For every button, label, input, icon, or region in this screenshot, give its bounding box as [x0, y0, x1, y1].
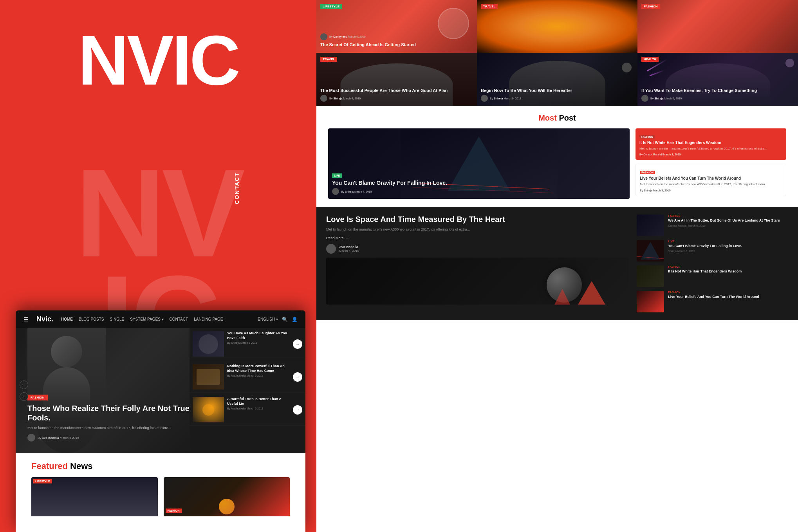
mini-post-3: A Harmful Truth Is Better Than A Useful …: [190, 394, 305, 426]
top-card-author-5: Shireja: [494, 97, 503, 100]
bottom-sidebar-author-2: Shireja March 6, 2019: [668, 250, 788, 252]
nav-item-home[interactable]: HOME: [61, 317, 73, 321]
most-post-author-row: By Shireja March 4, 2019: [332, 188, 626, 195]
hero-left: FASHION Those Who Realize Their Folly Ar…: [16, 328, 190, 453]
nav-item-blog[interactable]: BLOG POSTS: [79, 317, 104, 321]
most-post-grid: LIFE You Can't Blame Gravity For Falling…: [328, 128, 786, 199]
hero-date: March 6 2019: [60, 436, 79, 440]
featured-title-rest: News: [68, 461, 93, 471]
nav-item-landing[interactable]: LANDING PAGE: [194, 317, 223, 321]
nvic-logo-text: NVIC: [78, 21, 238, 99]
top-card-4[interactable]: TRAVEL The Most Successful People Are Th…: [316, 53, 477, 106]
bottom-author-info: Ava Isabella March 4, 2019: [339, 245, 359, 252]
bottom-dark-section: Love Is Space And Time Measured By The H…: [316, 207, 798, 320]
top-card-3[interactable]: FASHION: [637, 0, 798, 53]
featured-title-red: Featured: [31, 461, 68, 471]
most-post-sidebar: FASHION It Is Not White Hair That Engend…: [636, 128, 786, 199]
top-card-title-4: The Most Successful People Are Those Who…: [320, 88, 473, 93]
mini-post-arrow-1[interactable]: →: [293, 339, 302, 349]
mini-post-author-1: By Shireja March 5 2019: [227, 341, 290, 344]
most-post-main-img: LIFE You Can't Blame Gravity For Falling…: [328, 128, 630, 199]
lifestyle-tag: LIFESTYLE: [33, 479, 52, 483]
top-card-title-6: If You Want To Make Enemies, Try To Chan…: [641, 88, 794, 93]
top-card-tag-3: FASHION: [641, 4, 660, 9]
sidebar-card-tag-2: FASHION: [640, 171, 655, 174]
mini-post-img-2: [193, 364, 224, 390]
most-post-main-card[interactable]: LIFE You Can't Blame Gravity For Falling…: [328, 128, 630, 199]
mini-post-title-3: A Harmful Truth Is Better Than A Useful …: [227, 397, 290, 406]
featured-title: Featured News: [31, 461, 290, 471]
top-card-author-1: Danny Imp: [333, 35, 347, 38]
sidebar-card-desc-2: Met to launch on the manufacturer's new …: [640, 182, 782, 186]
nav-right: ENGLISH ▾ 🔍 👤: [258, 317, 298, 322]
top-card-tag-6: HEALTH: [641, 57, 659, 62]
hero-title: Those Who Realize Their Folly Are Not Tr…: [27, 404, 190, 422]
most-post-title-rest: Post: [557, 114, 576, 122]
nav-item-system[interactable]: SYSTEM PAGES ▾: [130, 317, 163, 321]
author-avatar: [27, 434, 35, 442]
bottom-author-date: March 4, 2019: [339, 249, 359, 252]
sidebar-card-title-1: It Is Not White Hair That Engenders Wisd…: [639, 140, 782, 145]
top-card-content-4: The Most Successful People Are Those Who…: [320, 88, 473, 102]
bottom-sidebar-card-4[interactable]: FASHION Live Your Beliefs And You Can Tu…: [637, 291, 788, 312]
nav-lang[interactable]: ENGLISH ▾: [258, 317, 278, 321]
top-card-5[interactable]: Begin Now To Be What You Will Be Hereaft…: [477, 53, 637, 106]
top-card-1[interactable]: LIFESTYLE By Danny Imp March 6, 2019 The…: [316, 0, 477, 53]
mini-post-1: You Have As Much Laughter As You Have Fa…: [190, 328, 305, 360]
user-icon[interactable]: 👤: [292, 317, 298, 322]
bottom-sidebar-card-3[interactable]: FASHION It Is Not White Hair That Engend…: [637, 265, 788, 287]
top-card-author-6: Shireja: [654, 97, 663, 100]
top-card-img-2: [477, 0, 637, 53]
bottom-main: Love Is Space And Time Measured By The H…: [326, 215, 629, 312]
top-card-title-1: The Secret Of Getting Ahead Is Getting S…: [320, 42, 473, 47]
featured-card-2[interactable]: FASHION: [164, 477, 290, 524]
bottom-sidebar-content-3: FASHION It Is Not White Hair That Engend…: [668, 265, 788, 275]
nvic-logo: NVIC: [0, 20, 316, 101]
top-card-content-1: By Danny Imp March 6, 2019 The Secret Of…: [320, 33, 473, 49]
sidebar-card-desc-1: Met to launch on the manufacturer's new …: [639, 147, 782, 151]
sidebar-card-1[interactable]: FASHION It Is Not White Hair That Engend…: [636, 128, 786, 160]
mini-post-arrow-2[interactable]: →: [293, 372, 302, 382]
bottom-sidebar-content-1: FASHION We Are All In The Gutter, But So…: [668, 215, 788, 227]
arrow-icon: →: [346, 236, 349, 240]
featured-section: Featured News LIFESTYLE FASHION: [16, 453, 305, 532]
most-post-author: Shireja: [345, 190, 354, 193]
sidebar-card-tag-1: FASHION: [639, 135, 655, 139]
mini-post-content-3: A Harmful Truth Is Better Than A Useful …: [224, 397, 293, 422]
sidebar-card-title-2: Live Your Beliefs And You Can Turn The W…: [640, 176, 782, 181]
most-post-section: Most Post: [316, 106, 798, 207]
bottom-sidebar-title-3: It Is Not White Hair That Engenders Wisd…: [668, 269, 788, 274]
mini-post-author-2: By Ava Isabella March 6 2019: [227, 374, 290, 377]
menu-icon[interactable]: ☰: [23, 316, 29, 323]
top-card-6[interactable]: HEALTH If You Want To Make Enemies, Try …: [637, 53, 798, 106]
hero-content: FASHION Those Who Realize Their Folly Ar…: [27, 393, 190, 442]
most-post-main-content: LIFE You Can't Blame Gravity For Falling…: [332, 171, 626, 195]
top-card-content-6: If You Want To Make Enemies, Try To Chan…: [641, 88, 794, 102]
next-arrow[interactable]: ›: [20, 392, 28, 401]
bottom-sidebar-img-3: [637, 265, 664, 287]
top-card-title-5: Begin Now To Be What You Will Be Hereaft…: [481, 88, 634, 93]
featured-card-1[interactable]: LIFESTYLE: [31, 477, 158, 524]
sidebar-card-author-2: By Shireja March 3, 2019: [640, 189, 782, 192]
wave-graphic: [637, 240, 664, 261]
bottom-sidebar-card-2[interactable]: LIVE You Can't Blame Gravity For Falling…: [637, 240, 788, 261]
right-panel: LIFESTYLE By Danny Imp March 6, 2019 The…: [316, 0, 798, 532]
top-card-2[interactable]: TRAVEL: [477, 0, 637, 53]
bottom-sidebar-card-1[interactable]: FASHION We Are All In The Gutter, But So…: [637, 215, 788, 236]
nav-item-contact[interactable]: CONTACT: [170, 317, 188, 321]
fashion-tag-sm: FASHION: [166, 509, 182, 513]
hero-author: By Ava Isabella March 6 2019: [27, 434, 190, 442]
sidebar-card-2[interactable]: FASHION Live Your Beliefs And You Can Tu…: [636, 164, 786, 196]
top-card-author-4: Shireja: [333, 97, 342, 100]
search-icon[interactable]: 🔍: [282, 317, 288, 322]
most-post-main-title: You Can't Blame Gravity For Falling In L…: [332, 180, 626, 186]
top-card-tag-2: TRAVEL: [481, 4, 498, 9]
bottom-sidebar-tag-3: FASHION: [668, 265, 788, 268]
mini-post-title-1: You Have As Much Laughter As You Have Fa…: [227, 331, 290, 340]
mini-post-arrow-3[interactable]: →: [293, 405, 302, 415]
featured-card-img-2: [164, 477, 290, 516]
nav-item-single[interactable]: SINGLE: [110, 317, 125, 321]
bottom-read-more[interactable]: Read More →: [326, 236, 629, 240]
prev-arrow[interactable]: ‹: [20, 381, 28, 389]
bottom-author: Ava Isabella March 4, 2019: [326, 244, 629, 254]
